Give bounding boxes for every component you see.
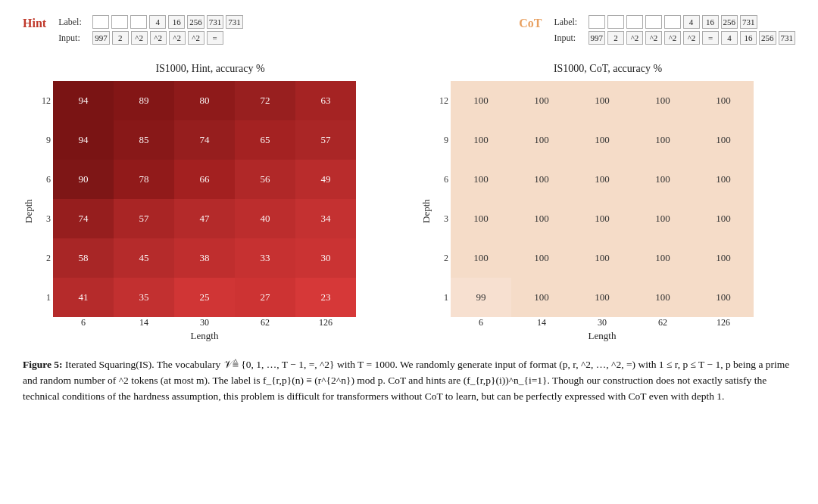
cot-cell-d2-l126: 100: [693, 238, 754, 278]
hint-cell-d3-l126: 34: [295, 199, 356, 238]
top-section: Hint Label: 4 16 256 731 731 Input: 997: [23, 15, 795, 45]
cot-cell-d3-l6: 100: [451, 199, 511, 238]
cot-label-box-7: 256: [721, 15, 738, 29]
cot-cell-d9-l14: 100: [511, 120, 572, 160]
cot-cell-d9-l6: 100: [451, 120, 511, 160]
cot-cell-d2-l6: 100: [451, 238, 511, 278]
cot-x-axis: 6 14 30 62 126 Length: [451, 317, 754, 342]
hint-label-box-2: [130, 15, 147, 29]
cot-label-box-3: [645, 15, 662, 29]
cot-cell-d9-l62: 100: [632, 120, 693, 160]
hint-cell-d12-l126: 63: [295, 81, 356, 120]
cot-heat-row-d3: 3 100 100 100 100 100: [436, 199, 754, 238]
cot-cell-d1-l30: 100: [572, 278, 632, 317]
hint-cell-d9-l6: 94: [53, 120, 114, 160]
cot-input-prefix: Input:: [554, 33, 586, 44]
hint-x-tick-126: 126: [295, 317, 356, 328]
y-tick-12: 12: [38, 95, 53, 107]
hint-cell-d9-l126: 57: [295, 120, 356, 160]
cot-cell-d1-l6: 99: [451, 278, 511, 317]
cot-cell-d12-l126: 100: [693, 81, 754, 120]
cot-cell-d2-l62: 100: [632, 238, 693, 278]
hint-cell-d6-l14: 78: [114, 160, 174, 199]
cot-y-axis-label: Depth: [420, 81, 432, 342]
cot-cell-d6-l6: 100: [451, 160, 511, 199]
heat-row-d12: 12 94 89 80 72 63: [38, 81, 356, 120]
hint-cell-d12-l6: 94: [53, 81, 114, 120]
y-tick-6: 6: [38, 174, 53, 185]
cot-y-tick-6: 6: [436, 174, 451, 185]
page-container: Hint Label: 4 16 256 731 731 Input: 997: [23, 15, 795, 405]
cot-x-ticks: 6 14 30 62 126: [451, 317, 754, 328]
cot-cell-d1-l14: 100: [511, 278, 572, 317]
hint-cell-d12-l62: 72: [235, 81, 295, 120]
hint-x-tick-14: 14: [114, 317, 174, 328]
cot-chart: IS1000, CoT, accuracy % Depth 1 99 100 1…: [420, 63, 795, 342]
hint-cell-d1-l62: 27: [235, 278, 295, 317]
y-tick-2: 2: [38, 253, 53, 264]
hint-label-box-4: 16: [168, 15, 185, 29]
cot-label-row: Label: 4 16 256 731: [554, 15, 796, 29]
cot-x-tick-62: 62: [632, 317, 693, 328]
heat-row-d3: 3 74 57 47 40 34: [38, 199, 356, 238]
hint-cell-d6-l6: 90: [53, 160, 114, 199]
cot-label-box-0: [589, 15, 605, 29]
hint-cell-d1-l14: 35: [114, 278, 174, 317]
hint-chart-title: IS1000, Hint, accuracy %: [23, 63, 398, 75]
hint-x-tick-6: 6: [53, 317, 114, 328]
cot-heat-row-d9: 9 100 100 100 100 100: [436, 120, 754, 160]
cot-cell-d2-l30: 100: [572, 238, 632, 278]
cot-cell-d1-l62: 100: [632, 278, 693, 317]
cot-input-box-2: ^2: [626, 31, 643, 45]
hint-label-box-7: 731: [226, 15, 243, 29]
cot-top: CoT Label: 4 16 256 731 Input:: [519, 15, 795, 45]
hint-input-box-1: 2: [112, 31, 129, 45]
caption-bold: Figure 5:: [23, 359, 63, 370]
cot-input-box-3: ^2: [645, 31, 662, 45]
hint-input-box-0: 997: [92, 31, 110, 45]
hint-label-box-0: [92, 15, 109, 29]
cot-x-tick-6: 6: [451, 317, 511, 328]
heat-row-d6: 6 90 78 66 56 49: [38, 160, 356, 199]
cot-cell-d6-l30: 100: [572, 160, 632, 199]
cot-cell-d6-l126: 100: [693, 160, 754, 199]
hint-x-tick-62: 62: [235, 317, 295, 328]
charts-section: IS1000, Hint, accuracy % Depth 1 41 35 2…: [23, 63, 795, 342]
hint-x-tick-30: 30: [174, 317, 235, 328]
hint-input-box-5: ^2: [188, 31, 204, 45]
hint-label: Hint: [23, 17, 46, 30]
cot-input-box-9: 256: [759, 31, 776, 45]
cot-cell-d6-l62: 100: [632, 160, 693, 199]
figure-caption: Figure 5: Iterated Squaring(IS). The voc…: [23, 357, 795, 405]
hint-cell-d9-l14: 85: [114, 120, 174, 160]
cot-y-tick-1: 1: [436, 292, 451, 303]
hint-cell-d2-l6: 58: [53, 238, 114, 278]
cot-y-tick-3: 3: [436, 213, 451, 225]
hint-cell-d3-l6: 74: [53, 199, 114, 238]
hint-x-ticks: 6 14 30 62 126: [53, 317, 356, 328]
hint-label-box-1: [111, 15, 128, 29]
hint-cell-d3-l30: 47: [174, 199, 235, 238]
cot-chart-body-wrapper: 1 99 100 100 100 100 2 100 100 100: [436, 81, 754, 342]
hint-label-box-3: 4: [149, 15, 166, 29]
hint-y-axis-label: Depth: [23, 81, 35, 342]
cot-rows-container: 1 99 100 100 100 100 2 100 100 100: [436, 81, 754, 317]
cot-token-rows: Label: 4 16 256 731 Input: 997 2 ^2: [554, 15, 796, 45]
caption-text: Iterated Squaring(IS). The vocabulary 𝒱 …: [23, 359, 789, 402]
cot-heat-row-d2: 2 100 100 100 100 100: [436, 238, 754, 278]
hint-chart-area: Depth 1 41 35 25 27 23: [23, 81, 398, 342]
hint-cell-d3-l62: 40: [235, 199, 295, 238]
cot-input-box-8: 16: [740, 31, 757, 45]
hint-token-rows: Label: 4 16 256 731 731 Input: 997 2 ^2 …: [58, 15, 243, 45]
cot-y-tick-12: 12: [436, 95, 451, 107]
cot-cell-d9-l30: 100: [572, 120, 632, 160]
hint-cell-d12-l30: 80: [174, 81, 235, 120]
y-tick-1: 1: [38, 292, 53, 303]
hint-input-box-6: =: [207, 31, 223, 45]
cot-cell-d6-l14: 100: [511, 160, 572, 199]
hint-input-row: Input: 997 2 ^2 ^2 ^2 ^2 =: [58, 31, 243, 45]
hint-top: Hint Label: 4 16 256 731 731 Input: 997: [23, 15, 243, 45]
cot-x-tick-30: 30: [572, 317, 632, 328]
cot-label-box-5: 4: [683, 15, 700, 29]
cot-y-tick-2: 2: [436, 253, 451, 264]
